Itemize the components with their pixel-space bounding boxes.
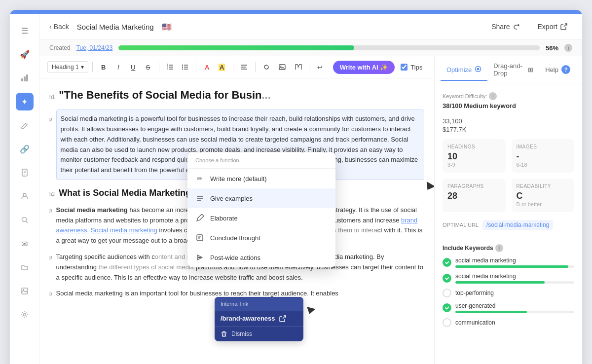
bold-button[interactable]: B bbox=[97, 60, 111, 74]
kw-check-2 bbox=[443, 274, 451, 283]
link-icon bbox=[262, 63, 270, 71]
kw-check-1 bbox=[443, 258, 451, 267]
help-icon: ? bbox=[561, 65, 570, 74]
share-button[interactable]: Share bbox=[486, 20, 524, 34]
kw-label-2: social media marketing bbox=[455, 273, 574, 280]
tab-help[interactable]: Help ? bbox=[539, 59, 576, 81]
back-chevron-icon: ‹ bbox=[49, 23, 52, 31]
trash-icon bbox=[221, 330, 227, 337]
text-format-button[interactable] bbox=[291, 60, 305, 74]
svg-point-23 bbox=[182, 67, 183, 68]
cpc-number: $177.7K bbox=[443, 126, 574, 133]
created-date[interactable]: Tue, 01/24/23 bbox=[76, 44, 113, 51]
align-icon bbox=[240, 63, 248, 71]
tips-checkbox[interactable] bbox=[401, 64, 407, 71]
back-label: Back bbox=[54, 23, 69, 31]
conclude-label: Conclude thought bbox=[210, 234, 260, 242]
sidebar-rocket-icon[interactable]: 🚀 bbox=[16, 45, 34, 63]
svg-point-8 bbox=[22, 218, 26, 222]
tab-optimize[interactable]: Optimize bbox=[441, 60, 487, 81]
svg-rect-2 bbox=[26, 74, 28, 81]
h2-marker: h2 bbox=[49, 190, 55, 198]
checkmark-4 bbox=[444, 305, 449, 310]
p2-marker: p bbox=[49, 207, 52, 215]
keywords-label: Include Keywords i bbox=[443, 244, 574, 252]
keyword-item-4: user-generated bbox=[443, 302, 574, 313]
optimize-icon bbox=[475, 66, 481, 74]
link-button[interactable] bbox=[259, 60, 273, 74]
highlight-button[interactable]: A bbox=[215, 60, 229, 74]
strikethrough-button[interactable]: S bbox=[141, 60, 155, 74]
header-bar: ‹ Back Social Media Marketing 🇺🇸 Share E… bbox=[39, 14, 582, 40]
text-format-icon bbox=[294, 63, 302, 71]
sidebar-doc-icon[interactable] bbox=[16, 164, 34, 182]
social-media-link[interactable]: Social media marketing bbox=[91, 226, 157, 234]
sidebar-user-icon[interactable] bbox=[16, 187, 34, 205]
sidebar-lightning-icon[interactable]: ✦ bbox=[16, 93, 34, 110]
ai-conclude-item[interactable]: Conclude thought bbox=[187, 228, 335, 248]
sidebar-link-icon[interactable]: 🔗 bbox=[16, 140, 34, 158]
kd-label-text: Keyword Difficulty: bbox=[443, 93, 487, 99]
sidebar-mail-icon[interactable]: ✉ bbox=[16, 235, 34, 253]
editor-area: Heading 1 ▾ B I U S bbox=[39, 56, 434, 364]
progress-percent: 56% bbox=[546, 44, 558, 52]
font-color-icon: A bbox=[205, 64, 209, 71]
sidebar-folder-icon[interactable] bbox=[16, 258, 34, 276]
kd-info-icon[interactable]: i bbox=[489, 92, 497, 100]
keyword-item-2: social media marketing bbox=[443, 273, 574, 284]
sidebar-edit-icon[interactable] bbox=[16, 116, 34, 134]
rp-divider bbox=[443, 238, 574, 238]
keywords-info-icon[interactable]: i bbox=[495, 244, 503, 252]
tooltip-link[interactable]: /brand-awareness bbox=[215, 311, 303, 326]
image-button[interactable] bbox=[275, 60, 289, 74]
italic-button[interactable]: I bbox=[111, 60, 125, 74]
ai-post-wide-item[interactable]: Post-wide actions bbox=[187, 248, 335, 267]
heading-select-label: Heading 1 bbox=[52, 64, 79, 71]
dismiss-button[interactable]: Dismiss bbox=[215, 327, 303, 341]
undo-button[interactable]: ↩ bbox=[313, 60, 327, 74]
svg-point-7 bbox=[23, 193, 26, 196]
ai-give-examples-item[interactable]: Give examples bbox=[187, 188, 335, 208]
export-button[interactable]: Export bbox=[533, 20, 572, 34]
paragraphs-value: 28 bbox=[447, 191, 501, 201]
export-label: Export bbox=[538, 23, 557, 31]
ordered-list-button[interactable]: 1 2 3 bbox=[163, 60, 177, 74]
align-button[interactable] bbox=[237, 60, 251, 74]
progress-bar-fill bbox=[118, 45, 354, 50]
ai-write-more-item[interactable]: ✏ Write more (default) bbox=[187, 169, 335, 188]
underline-button[interactable]: U bbox=[126, 60, 140, 74]
sidebar-search-icon[interactable] bbox=[16, 211, 34, 229]
content-wrapper: Heading 1 ▾ B I U S bbox=[39, 56, 582, 364]
write-ai-button[interactable]: Write with AI ✨ bbox=[333, 61, 395, 74]
progress-info-icon[interactable]: i bbox=[564, 44, 572, 52]
sidebar-settings-icon[interactable] bbox=[16, 306, 34, 324]
sidebar-image-icon[interactable] bbox=[16, 282, 34, 300]
svg-point-29 bbox=[280, 66, 281, 67]
font-color-button[interactable]: A bbox=[200, 60, 214, 74]
export-icon bbox=[560, 23, 567, 30]
tab-drag-drop[interactable]: Drag-and-Drop ⊞ bbox=[487, 56, 539, 84]
write-more-icon: ✏ bbox=[195, 174, 204, 183]
optimal-url-value: /social-media-marketing bbox=[482, 220, 553, 230]
keyword-item-3: top-performing bbox=[443, 289, 574, 297]
svg-point-12 bbox=[23, 314, 26, 316]
editor-toolbar: Heading 1 ▾ B I U S bbox=[39, 56, 434, 78]
readability-range: B or better bbox=[517, 201, 570, 207]
heading-select[interactable]: Heading 1 ▾ bbox=[47, 61, 88, 73]
headings-range: 3-9 bbox=[447, 162, 501, 168]
unordered-list-button[interactable] bbox=[178, 60, 192, 74]
sidebar-menu-icon[interactable]: ☰ bbox=[16, 22, 34, 39]
internal-link-tooltip: Internal link /brand-awareness Dism bbox=[215, 297, 303, 341]
image-icon bbox=[278, 63, 286, 71]
kw-wrapper-4: user-generated bbox=[455, 302, 574, 313]
progress-bar bbox=[118, 45, 540, 50]
right-panel-content: Keyword Difficulty: i 38/100 Medium keyw… bbox=[435, 84, 582, 364]
images-stat: IMAGES - 6-18 bbox=[512, 139, 575, 173]
back-button[interactable]: ‹ Back bbox=[49, 23, 69, 31]
ai-elaborate-item[interactable]: Elaborate bbox=[187, 208, 335, 228]
images-value: - bbox=[517, 151, 570, 162]
kw-check-empty-5 bbox=[443, 318, 451, 327]
readability-value: C bbox=[517, 191, 570, 201]
sidebar-chart-icon[interactable] bbox=[16, 69, 34, 87]
kw-bar-2 bbox=[455, 281, 574, 284]
